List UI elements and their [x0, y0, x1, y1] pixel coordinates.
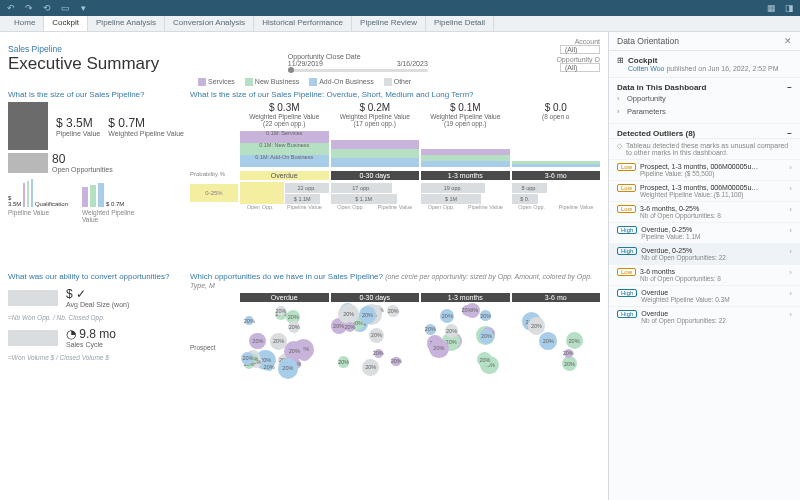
outlier-title: Prospect, 1-3 months, 006M00005u…: [640, 163, 770, 170]
outlier-item[interactable]: Low3-6 months, 0-25%Nb of Open Opportuni…: [609, 201, 800, 222]
bubble-mark[interactable]: 20%: [374, 349, 383, 358]
legend-swatch-addon: [309, 78, 317, 86]
tab-pipeline-detail[interactable]: Pipeline Detail: [426, 16, 494, 31]
prob-opp: 19 opp.: [421, 183, 485, 193]
bubble-mark[interactable]: 20%: [480, 310, 491, 321]
bubble-mark[interactable]: 20%: [288, 321, 300, 333]
term-band[interactable]: 0-30 days: [331, 171, 420, 180]
filter-account-label: Account: [575, 38, 600, 45]
page-title: Executive Summary: [8, 54, 159, 74]
bubble-mark[interactable]: 20%: [265, 363, 274, 372]
axis-label: Open Opp.: [247, 204, 274, 210]
bubble-mark[interactable]: 20%: [245, 316, 253, 324]
breadcrumb: Sales Pipeline: [8, 44, 159, 54]
bubble-mark[interactable]: 20%: [278, 358, 299, 379]
outlier-item[interactable]: Low3-6 monthsNb of Open Opportunities: 8…: [609, 264, 800, 285]
bubble-mark[interactable]: 20%: [362, 359, 379, 376]
mini-caption: Weighted Pipeline Value: [82, 209, 142, 223]
bubble-mark[interactable]: 20%: [345, 322, 355, 332]
author-link[interactable]: Colten Woo: [628, 65, 664, 72]
axis-label: Pipeline Value: [378, 204, 413, 210]
bubble-mark[interactable]: 20%: [429, 339, 448, 358]
outlier-badge: Low: [617, 268, 636, 276]
data-source-item[interactable]: Parameters: [617, 105, 792, 118]
legend-label: Services: [208, 78, 235, 85]
collapse-icon[interactable]: −: [787, 129, 792, 138]
term-band[interactable]: 3-6 mo: [512, 171, 601, 180]
date-slider[interactable]: [288, 69, 428, 72]
bubble-mark[interactable]: 20%: [369, 328, 384, 343]
chevron-right-icon: ›: [789, 310, 792, 319]
legend-swatch-other: [384, 78, 392, 86]
bubble-cell[interactable]: 20%20%20%20%20%20%: [512, 302, 601, 392]
section-outliers-title: Detected Outliers (8): [617, 129, 695, 138]
stack-seg: 0.1M: Services: [240, 131, 329, 143]
bubble-mark[interactable]: 20%: [338, 356, 349, 367]
term-band[interactable]: 1-3 months: [421, 171, 510, 180]
card-pipeline-size: What is the size of our Sales Pipeline? …: [8, 90, 184, 266]
tab-conversion-analysis[interactable]: Conversion Analysis: [165, 16, 254, 31]
prob-val: $ 1.1M: [331, 194, 397, 204]
bubble-mark[interactable]: 20%: [391, 357, 401, 367]
outlier-detail: Weighted Pipeline Value: ($ 11,100): [640, 191, 785, 198]
date-range-filter[interactable]: Opportunity Close Date 11/29/2019 3/16/2…: [288, 53, 428, 74]
outlier-badge: High: [617, 226, 637, 234]
device-icon[interactable]: ▭: [60, 3, 70, 13]
data-source-item[interactable]: Opportunity: [617, 92, 792, 105]
lightbulb-icon: ◇: [617, 142, 622, 156]
prob-val: $ 1M: [421, 194, 481, 204]
tab-cockpit[interactable]: Cockpit: [44, 16, 88, 31]
tab-pipeline-review[interactable]: Pipeline Review: [352, 16, 426, 31]
bubble-mark[interactable]: 20%: [445, 324, 459, 338]
bubble-mark[interactable]: 20%: [270, 333, 287, 350]
outlier-detail: Nb of Open Opportunities: 8: [640, 212, 785, 219]
undo-icon[interactable]: ↶: [6, 3, 16, 13]
bubble-mark[interactable]: 20%: [462, 305, 472, 315]
kpi-label: Open Opportunities: [52, 166, 113, 173]
chevron-right-icon: ›: [789, 184, 792, 193]
filter-opportunity-value[interactable]: (All): [560, 63, 600, 72]
chevron-down-icon[interactable]: ▾: [78, 3, 88, 13]
kpi-pipeline-value: $ 3.5M: [56, 116, 100, 130]
legend-swatch-services: [198, 78, 206, 86]
outlier-item[interactable]: HighOverdue, 0-25%Nb of Open Opportuniti…: [609, 243, 800, 264]
outlier-badge: Low: [617, 184, 636, 192]
outlier-title: 3-6 months, 0-25%: [640, 205, 770, 212]
bubble-mark[interactable]: 20%: [249, 333, 266, 350]
outlier-item[interactable]: LowProspect, 1-3 months, 006M00005u…Weig…: [609, 180, 800, 201]
filter-account-value[interactable]: (All): [560, 45, 600, 54]
collapse-icon[interactable]: −: [787, 83, 792, 92]
tab-historical-performance[interactable]: Historical Performance: [254, 16, 352, 31]
bubble-mark[interactable]: 20%: [359, 306, 377, 324]
tab-pipeline-analysis[interactable]: Pipeline Analysis: [88, 16, 165, 31]
refresh-icon[interactable]: ⟲: [42, 3, 52, 13]
present-icon[interactable]: ▦: [766, 3, 776, 13]
outlier-item[interactable]: HighOverdueWeighted Pipeline Value: 0.3M…: [609, 285, 800, 306]
outlier-detail: Weighted Pipeline Value: 0.3M: [641, 296, 785, 303]
bubble-cell[interactable]: 20%20%20%20%20%20%20%20%20%20%20%20%20%2…: [421, 302, 510, 392]
bubble-cell[interactable]: 20%20%20%20%20%20%20%20%20%20%20%20%20%2…: [331, 302, 420, 392]
bubble-mark[interactable]: 20%: [539, 332, 557, 350]
bubble-mark[interactable]: 20%: [425, 324, 436, 335]
bubble-mark[interactable]: 20%: [479, 329, 495, 345]
tab-home[interactable]: Home: [6, 16, 44, 31]
term-value: $ 0.3M: [240, 102, 329, 113]
outlier-item[interactable]: HighOverdueNb of Open Opportunities: 22›: [609, 306, 800, 327]
app-topbar: ↶ ↷ ⟲ ▭ ▾ ▦ ◨: [0, 0, 800, 16]
bubble-mark[interactable]: 20%: [528, 317, 545, 334]
close-icon[interactable]: ✕: [784, 36, 792, 46]
bubble-cell[interactable]: 20%20%20%20%20%20%20%20%20%20%20%20%20%2…: [240, 302, 329, 392]
panel-toggle-icon[interactable]: ◨: [784, 3, 794, 13]
term-band-overdue[interactable]: Overdue: [240, 171, 329, 180]
bubble-mark[interactable]: 20%: [566, 332, 583, 349]
bubble-mark[interactable]: 20%: [564, 349, 573, 358]
cockpit-name: Cockpit: [628, 56, 657, 65]
bubble-mark[interactable]: 20%: [387, 305, 399, 317]
redo-icon[interactable]: ↷: [24, 3, 34, 13]
bubble-col-header: 0-30 days: [331, 293, 420, 302]
bubble-mark[interactable]: 20%: [440, 309, 454, 323]
term-value: $ 0.0: [512, 102, 601, 113]
outlier-item[interactable]: HighOverdue, 0-25%Pipeline Value: 1.1M›: [609, 222, 800, 243]
bubble-mark[interactable]: 20%: [562, 356, 578, 372]
outlier-item[interactable]: LowProspect, 1-3 months, 006M00005u…Pipe…: [609, 159, 800, 180]
